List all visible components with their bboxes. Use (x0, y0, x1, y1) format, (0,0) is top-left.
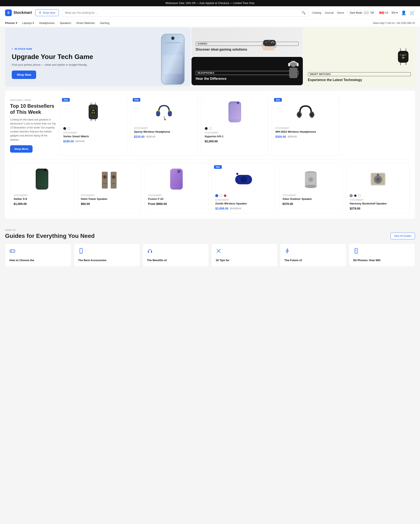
in-stock-badge: IN STOCK NOW (12, 48, 184, 50)
color-dark[interactable] (354, 194, 357, 197)
color-red[interactable] (224, 194, 227, 197)
language-selector[interactable]: EN ▾ (392, 11, 398, 14)
product-card-stellar: STOCKMART Stellar S-8 $1,000.00 (10, 163, 74, 214)
price-current: $300.00 (275, 135, 286, 138)
header-shop-now-button[interactable]: ☰ Shop Now (35, 9, 59, 16)
featured-label: FEATURED ITEMS (10, 99, 56, 101)
hero-gaming-card[interactable]: GAMING Discover ideal gaming solutions (192, 28, 303, 56)
product-name: Stellar S-8 (14, 197, 70, 201)
product-price: $279.00 (350, 207, 406, 210)
svg-point-111 (81, 252, 81, 253)
guide-card-0[interactable]: How to Choose the (5, 244, 71, 267)
product-price: $60.00 (81, 202, 138, 206)
product-image-fusion (148, 166, 205, 192)
shop-more-button[interactable]: Shop More (10, 145, 33, 153)
svg-point-42 (90, 109, 92, 111)
guide-card-3[interactable]: 10 Tips for (211, 244, 277, 267)
cat-headphones[interactable]: Headphones (39, 21, 55, 25)
hero-headphones-card[interactable]: HEADPHONES Hear the Difference (192, 57, 303, 85)
guide-card-4[interactable]: The Future of (280, 244, 346, 267)
header: S Stockmart ☰ Shop Now 🔍 Catalog Journal… (0, 6, 420, 19)
color-dark[interactable] (63, 127, 66, 130)
product-image-vortex-watch: 10 0:8 (63, 99, 123, 124)
color-white[interactable] (358, 194, 361, 197)
svg-rect-19 (297, 63, 299, 66)
logo[interactable]: S Stockmart (5, 9, 32, 16)
svg-rect-72 (112, 183, 115, 184)
color-white[interactable] (219, 194, 222, 197)
guide-icon-tools (216, 248, 273, 255)
color-blue[interactable] (215, 194, 218, 197)
price-original: $250.00 (146, 135, 155, 138)
svg-point-58 (298, 113, 300, 116)
product-name: Hyperion HX-1 (205, 135, 265, 138)
svg-point-95 (310, 178, 312, 181)
svg-point-117 (356, 252, 356, 253)
view-all-guides-button[interactable]: View All Guides (390, 233, 415, 239)
guide-icon-headphones (147, 248, 204, 255)
product-image-atlas (282, 166, 339, 192)
guide-card-5[interactable]: 5G 5G Phones: How Will (349, 244, 415, 267)
cart-icon[interactable]: 🛒 (410, 10, 415, 15)
cat-phones[interactable]: Phones ▾ (5, 21, 17, 25)
hero-smartwatch-card[interactable]: SMART WATCHES Experience the Latest Tech… (304, 28, 415, 87)
svg-point-70 (113, 176, 115, 178)
product-image-harmony (350, 166, 406, 192)
price-current: $299.00 (63, 140, 74, 143)
svg-rect-78 (178, 172, 179, 173)
products-description: Looking for the latest and greatest in e… (10, 118, 56, 142)
guides-header: HOW TO Guides for Everything You Need Vi… (5, 229, 415, 239)
hero-main-title: Upgrade Your Tech Game (12, 53, 184, 61)
svg-point-108 (13, 250, 14, 251)
logo-icon: S (5, 9, 12, 16)
nav-about[interactable]: About (337, 11, 344, 14)
product-brand: STOCKMART (63, 132, 123, 134)
color-gold[interactable] (350, 194, 353, 197)
svg-rect-112 (148, 251, 149, 253)
svg-point-51 (234, 101, 236, 103)
svg-point-48 (165, 119, 166, 120)
cat-gaming[interactable]: Gaming (100, 21, 109, 25)
product-name: Atlas Outdoor Speaker (282, 197, 339, 201)
smartwatch-badge: SMART WATCHES (308, 72, 411, 76)
cat-laptops[interactable]: Laptops ▾ (22, 21, 34, 25)
products-title: Top 10 Bestsellers of This Week (10, 103, 56, 115)
color-dark[interactable] (205, 127, 208, 130)
product-image-helix-tower (81, 166, 138, 192)
cat-smartwatches[interactable]: Smart Watches (76, 21, 95, 25)
products-grid-row2: STOCKMART Stellar S-8 $1,000.00 (10, 159, 410, 214)
price-current: $1,000.00 (14, 202, 27, 206)
product-name: Harmony Bookshelf Speaker (350, 202, 406, 206)
svg-rect-83 (238, 178, 240, 181)
account-icon[interactable]: 👤 (401, 10, 406, 15)
toggle-switch[interactable] (363, 11, 369, 14)
search-icon[interactable]: 🔍 (302, 11, 306, 15)
color-white[interactable] (67, 127, 70, 130)
color-white[interactable] (209, 127, 212, 130)
search-input[interactable] (65, 11, 300, 14)
product-card-vortex-watch: Sale 10 0:8 (60, 96, 127, 156)
svg-rect-77 (179, 170, 180, 172)
price-original: $350.00 (288, 135, 297, 138)
guide-card-2[interactable]: The Benefits of (143, 244, 209, 267)
product-brand: STOCKMART (350, 199, 406, 201)
nav-catalog[interactable]: Catalog (312, 11, 321, 14)
product-color-options (215, 194, 272, 197)
svg-text:08: 08 (402, 57, 404, 59)
hero-shop-now-button[interactable]: Shop Now (12, 70, 36, 79)
product-card-atlas: STOCKMART Atlas Outdoor Speaker $370.00 (279, 163, 343, 214)
cat-speakers[interactable]: Speakers (60, 21, 71, 25)
product-brand: STOCKMART (215, 199, 272, 201)
products-section: FEATURED ITEMS Top 10 Bestsellers of Thi… (5, 91, 415, 219)
help-text: Need help? Call Us: +84 2500 888 33 (373, 22, 415, 25)
nav-journal[interactable]: Journal (325, 11, 334, 14)
guides-section: HOW TO Guides for Everything You Need Vi… (0, 222, 420, 273)
product-price: $2,000.00 (205, 140, 265, 143)
dark-mode-label: Dark Mode (350, 11, 362, 14)
svg-point-62 (41, 169, 43, 170)
region-selector[interactable]: 🇨🇦 CA (379, 11, 388, 15)
product-brand: STOCKMART (205, 132, 265, 134)
guide-card-1[interactable]: The Best Accessories (74, 244, 140, 267)
smartwatch-title: Experience the Latest Technology (308, 78, 411, 82)
dark-mode-toggle[interactable]: Dark Mode Off (347, 10, 376, 15)
